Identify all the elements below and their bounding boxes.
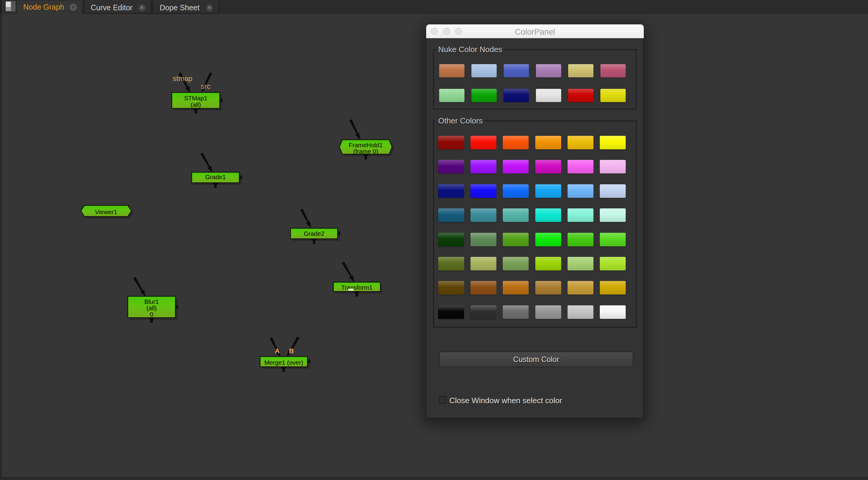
svg-text:Grade1: Grade1 bbox=[205, 173, 226, 180]
svg-text:Viewer1: Viewer1 bbox=[95, 208, 117, 215]
svg-text:(frame 0): (frame 0) bbox=[353, 148, 378, 155]
svg-text:(all): (all) bbox=[190, 101, 201, 108]
svg-text:stmap: stmap bbox=[173, 74, 192, 82]
svg-text:FrameHold1: FrameHold1 bbox=[349, 141, 383, 148]
svg-text:B: B bbox=[289, 347, 294, 355]
svg-text:Blur1: Blur1 bbox=[144, 298, 159, 305]
svg-text:Grade2: Grade2 bbox=[304, 230, 324, 237]
svg-text:Transform1: Transform1 bbox=[341, 284, 373, 291]
svg-text:(all): (all) bbox=[147, 304, 157, 311]
svg-text:0: 0 bbox=[150, 311, 153, 318]
svg-text:Merge1 (over): Merge1 (over) bbox=[264, 359, 303, 366]
svg-text:src: src bbox=[201, 82, 210, 90]
svg-text:A: A bbox=[275, 347, 280, 355]
svg-text:STMap1: STMap1 bbox=[184, 95, 207, 101]
